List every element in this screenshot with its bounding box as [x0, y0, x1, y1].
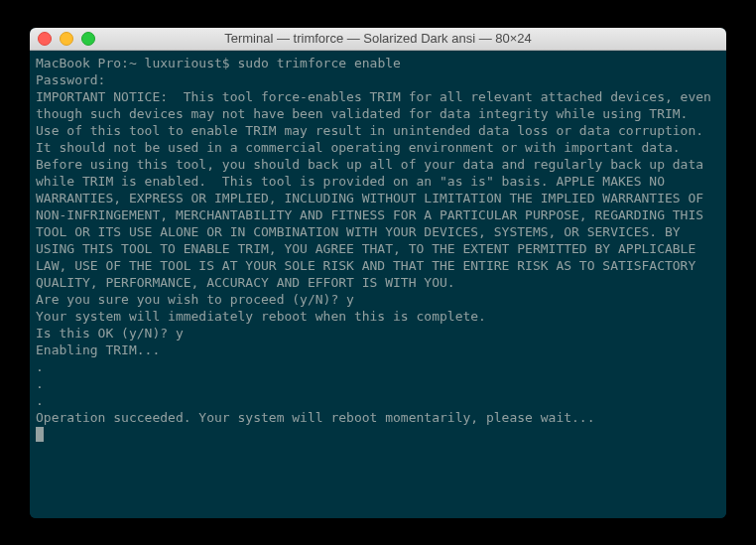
enabling-line: Enabling TRIM... [36, 342, 160, 357]
dot-line: . [36, 393, 44, 408]
dot-line: . [36, 376, 44, 391]
terminal-window: Terminal — trimforce — Solarized Dark an… [30, 28, 726, 518]
minimize-icon[interactable] [60, 32, 73, 46]
succeeded-line: Operation succeeded. Your system will re… [36, 410, 595, 425]
cursor-icon [36, 427, 44, 442]
terminal-content[interactable]: MacBook Pro:~ luxurioust$ sudo trimforce… [30, 51, 726, 518]
window-title: Terminal — trimforce — Solarized Dark an… [30, 31, 726, 46]
proceed-prompt: Are you sure you wish to proceed (y/N)? … [36, 292, 354, 307]
ok-prompt: Is this OK (y/N)? y [36, 326, 184, 341]
dot-line: . [36, 359, 44, 374]
maximize-icon[interactable] [81, 32, 95, 46]
titlebar[interactable]: Terminal — trimforce — Solarized Dark an… [30, 28, 726, 51]
traffic-lights [30, 32, 95, 46]
password-line: Password: [36, 72, 105, 87]
close-icon[interactable] [38, 32, 52, 46]
prompt-text: MacBook Pro:~ luxurioust$ [36, 56, 238, 70]
command-text: sudo trimforce enable [238, 56, 401, 70]
reboot-message: Your system will immediately reboot when… [36, 309, 486, 324]
notice-text: IMPORTANT NOTICE: This tool force-enable… [36, 89, 719, 290]
